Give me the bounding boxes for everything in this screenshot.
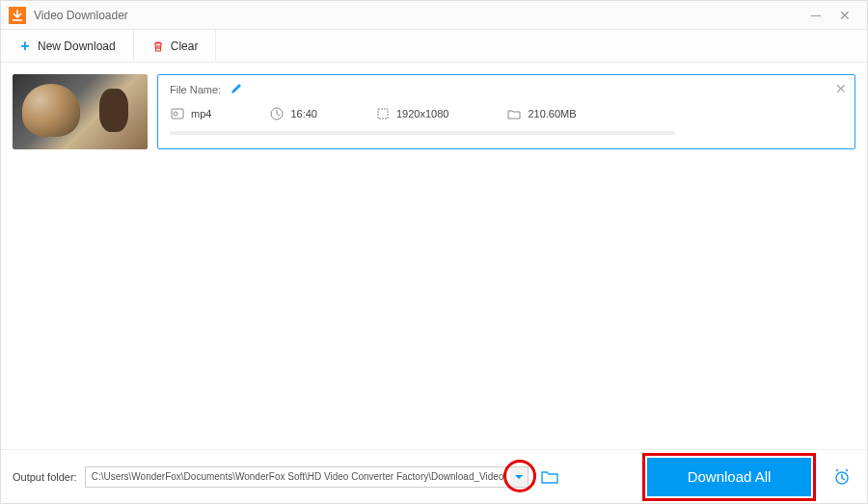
svg-point-1 (174, 112, 177, 116)
resolution-meta: 1920x1080 (375, 106, 448, 121)
close-window-button[interactable]: ✕ (830, 6, 859, 25)
edit-icon[interactable] (231, 83, 242, 96)
file-name-label: File Name: (170, 84, 221, 95)
output-path-input[interactable] (85, 466, 529, 488)
clear-button[interactable]: Clear (134, 30, 217, 62)
clear-label: Clear (171, 40, 199, 53)
path-dropdown-button[interactable] (510, 467, 528, 487)
size-meta: 210.60MB (506, 106, 576, 121)
output-path-wrap (85, 466, 529, 488)
size-value: 210.60MB (528, 108, 576, 119)
clock-icon (269, 106, 285, 121)
progress-bar (170, 131, 675, 135)
new-download-label: New Download (38, 40, 116, 53)
footer-bar: Output folder: Download All (1, 449, 867, 503)
new-download-button[interactable]: + New Download (1, 30, 134, 62)
item-metadata: mp4 16:40 1920x1080 (170, 106, 843, 121)
trash-icon (151, 40, 165, 53)
remove-item-button[interactable]: ✕ (835, 81, 847, 96)
title-bar: Video Downloader ─ ✕ (1, 1, 867, 30)
duration-value: 16:40 (290, 108, 317, 119)
item-card[interactable]: ✕ File Name: mp4 16:40 (157, 74, 855, 149)
video-thumbnail (13, 74, 148, 149)
folder-size-icon (506, 106, 522, 121)
download-all-wrap: Download All (647, 458, 811, 496)
format-meta: mp4 (170, 106, 211, 121)
minimize-button[interactable]: ─ (801, 6, 830, 25)
format-value: mp4 (191, 108, 211, 119)
download-item: ✕ File Name: mp4 16:40 (13, 74, 855, 149)
chevron-down-icon (515, 473, 523, 481)
svg-rect-3 (378, 109, 388, 119)
output-folder-label: Output folder: (13, 471, 77, 483)
schedule-button[interactable] (828, 464, 855, 491)
app-icon (9, 7, 26, 24)
duration-meta: 16:40 (269, 106, 317, 121)
download-list: ✕ File Name: mp4 16:40 (1, 63, 867, 449)
download-all-button[interactable]: Download All (647, 458, 811, 496)
format-icon (170, 106, 185, 121)
file-name-row: File Name: (170, 83, 843, 96)
plus-icon: + (18, 40, 32, 53)
resolution-value: 1920x1080 (396, 108, 448, 119)
toolbar: + New Download Clear (1, 30, 867, 63)
resolution-icon (375, 106, 391, 121)
browse-folder-button[interactable] (540, 467, 559, 487)
window-title: Video Downloader (34, 9, 801, 22)
